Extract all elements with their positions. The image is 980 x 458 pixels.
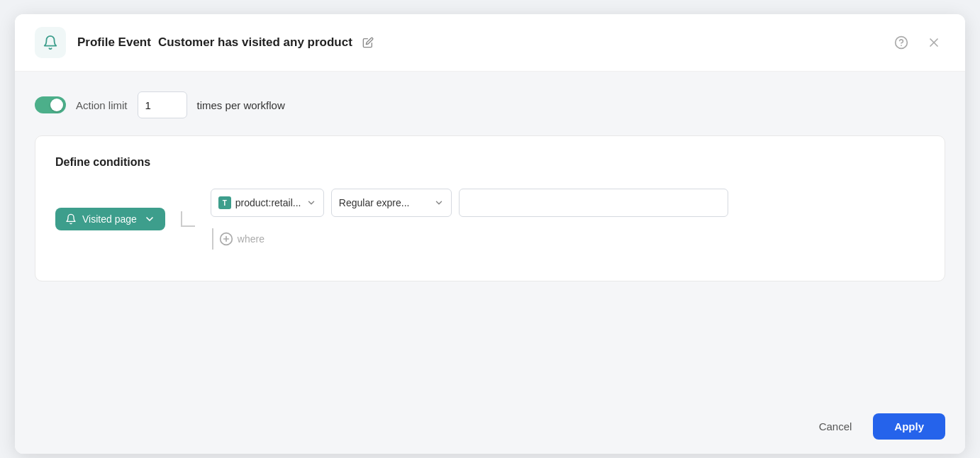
where-label: where — [238, 233, 265, 245]
action-limit-toggle[interactable] — [35, 96, 66, 113]
modal-body: Action limit times per workflow Define c… — [15, 72, 965, 399]
property-chevron-icon — [306, 198, 316, 208]
action-limit-input[interactable] — [138, 91, 187, 118]
help-button[interactable] — [890, 31, 913, 54]
trigger-chevron-icon — [144, 213, 155, 225]
cancel-button[interactable]: Cancel — [806, 413, 865, 440]
plus-circle-icon — [219, 232, 233, 246]
filter-value-input[interactable] — [459, 189, 728, 217]
conditions-title: Define conditions — [55, 156, 925, 169]
operator-value: Regular expre... — [339, 197, 410, 208]
condition-detail: T product:retail... Regular expre... — [211, 189, 728, 250]
trigger-label: Visited page — [82, 213, 137, 225]
question-icon — [894, 35, 908, 50]
condition-row: Visited page — [55, 189, 925, 250]
where-add-button[interactable]: where — [219, 232, 265, 246]
modal-footer: Cancel Apply — [15, 399, 965, 454]
operator-chevron-icon — [434, 198, 444, 208]
modal-container: Profile Event Customer has visited any p… — [15, 14, 965, 454]
pencil-icon — [362, 37, 374, 48]
type-icon-letter: T — [223, 199, 227, 207]
property-select[interactable]: T product:retail... — [211, 189, 324, 217]
branch-connector — [174, 211, 195, 227]
condition-fields: T product:retail... Regular expre... — [211, 189, 728, 217]
apply-button[interactable]: Apply — [873, 413, 945, 440]
event-icon-wrap — [35, 27, 66, 58]
property-value: product:retail... — [235, 197, 301, 208]
type-icon: T — [218, 196, 231, 209]
edit-name-button[interactable] — [360, 34, 377, 51]
operator-select[interactable]: Regular expre... — [331, 189, 452, 217]
event-name-label: Customer has visited any product — [158, 35, 352, 50]
event-type-label: Profile Event — [77, 35, 151, 50]
trigger-bell-icon — [65, 213, 77, 225]
close-icon — [927, 35, 941, 50]
header-actions — [890, 31, 945, 54]
close-button[interactable] — [923, 31, 945, 54]
action-limit-label: Action limit — [76, 99, 128, 111]
conditions-card: Define conditions Visited page — [35, 135, 945, 281]
modal-header: Profile Event Customer has visited any p… — [15, 14, 965, 72]
header-title-group: Profile Event Customer has visited any p… — [77, 34, 890, 51]
visited-page-trigger-button[interactable]: Visited page — [55, 208, 165, 230]
toggle-slider — [35, 96, 66, 113]
action-limit-row: Action limit times per workflow — [35, 91, 945, 118]
times-per-workflow-label: times per workflow — [197, 99, 285, 111]
bell-icon — [43, 35, 58, 50]
where-row: where — [211, 228, 265, 250]
